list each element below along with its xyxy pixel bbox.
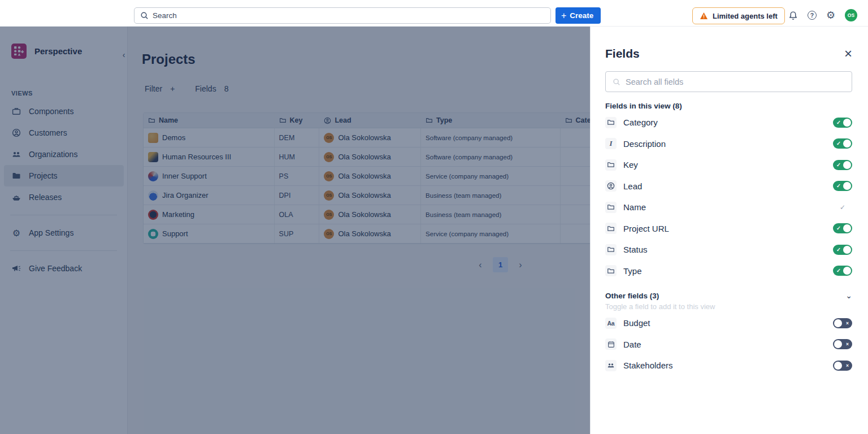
table-row[interactable]: Human Resources III HUM OSOla Sokolowska…	[144, 147, 590, 167]
project-category	[561, 147, 590, 166]
gear-icon: ⚙	[11, 228, 21, 238]
lead-avatar: OS	[324, 171, 334, 181]
lead-name: Ola Sokolowska	[338, 210, 390, 219]
close-icon[interactable]: ×	[844, 47, 852, 60]
main-content: Projects Filter + Fields 8 Name Key Lead	[128, 27, 590, 434]
project-key: SUP	[275, 224, 320, 243]
fields-search[interactable]	[605, 71, 852, 92]
search-input[interactable]	[153, 11, 545, 20]
column-header-lead[interactable]: Lead	[319, 113, 421, 128]
fields-search-input[interactable]	[626, 77, 845, 86]
sidebar: Perspective ‹ VIEWS Components Customers…	[0, 27, 128, 434]
bell-icon	[788, 11, 798, 20]
check-icon: ✓	[836, 225, 841, 232]
project-icon	[148, 229, 158, 239]
views-section-label: VIEWS	[11, 90, 33, 97]
check-icon: ✓	[836, 141, 841, 147]
lead-name: Ola Sokolowska	[338, 172, 390, 180]
sidebar-item-components[interactable]: Components	[4, 101, 124, 122]
field-toggle[interactable]: ×	[833, 339, 852, 349]
project-name: Jira Organizer	[162, 191, 209, 199]
project-icon	[148, 190, 158, 201]
plus-icon: +	[561, 11, 566, 20]
column-header-type[interactable]: Type	[421, 113, 561, 128]
field-row-date: Date ×	[605, 334, 852, 355]
project-icon	[148, 210, 158, 220]
field-row-project-url: Project URL ✓	[605, 218, 852, 240]
field-toggle[interactable]: ×	[833, 318, 852, 328]
fields-control[interactable]: Fields 8	[195, 84, 228, 93]
help-button[interactable]: ?	[806, 10, 818, 21]
column-header-category[interactable]: Category	[561, 113, 590, 128]
table-row[interactable]: Demos DEM OSOla Sokolowska Software (com…	[144, 128, 590, 147]
table-header-row: Name Key Lead Type Category	[144, 113, 590, 128]
table-row[interactable]: Marketing OLA OSOla Sokolowska Business …	[144, 205, 590, 224]
create-button[interactable]: + Create	[555, 7, 601, 24]
folder-icon	[605, 117, 617, 128]
limited-agents-banner[interactable]: Limited agents left	[692, 7, 785, 24]
field-toggle[interactable]: ✓	[833, 223, 852, 233]
megaphone-icon	[11, 264, 21, 273]
global-search[interactable]	[134, 7, 551, 24]
table-row[interactable]: Jira Organizer DPI OSOla Sokolowska Busi…	[144, 186, 590, 205]
lead-name: Ola Sokolowska	[338, 153, 390, 161]
field-row-lead: Lead ✓	[605, 176, 852, 197]
app-logo-icon	[11, 44, 27, 59]
folder-icon	[426, 117, 433, 124]
project-name: Inner Support	[162, 172, 207, 180]
sidebar-item-customers[interactable]: Customers	[4, 122, 124, 144]
column-header-name[interactable]: Name	[144, 113, 275, 128]
sidebar-item-label: Releases	[29, 193, 62, 202]
page-1-button[interactable]: 1	[493, 257, 508, 272]
field-toggle[interactable]: ✓	[833, 181, 852, 191]
project-category	[561, 186, 590, 205]
project-type: Service (company managed)	[421, 167, 561, 185]
column-header-key[interactable]: Key	[275, 113, 320, 128]
project-type: Software (company managed)	[421, 128, 561, 147]
add-filter-icon[interactable]: +	[170, 84, 175, 93]
sidebar-item-releases[interactable]: Releases	[4, 186, 124, 208]
filter-control[interactable]: Filter +	[145, 84, 175, 93]
limited-agents-label: Limited agents left	[713, 12, 778, 20]
lead-avatar: OS	[324, 133, 334, 143]
field-toggle[interactable]: ✓	[833, 138, 852, 149]
notifications-button[interactable]	[787, 10, 798, 21]
sidebar-item-give-feedback[interactable]: Give Feedback	[4, 258, 124, 279]
project-icon	[148, 171, 158, 181]
field-toggle[interactable]: ×	[833, 361, 852, 371]
prev-page-button[interactable]: ‹	[474, 258, 487, 272]
field-toggle[interactable]: ✓	[833, 245, 852, 255]
user-icon	[605, 180, 617, 192]
folder-icon	[605, 223, 617, 234]
sidebar-item-app-settings[interactable]: ⚙ App Settings	[4, 222, 124, 244]
sidebar-item-projects[interactable]: Projects	[4, 165, 124, 186]
italic-text-icon: I	[605, 138, 617, 149]
user-avatar[interactable]: OS	[845, 9, 857, 21]
folder-icon	[565, 117, 572, 124]
project-key: OLA	[275, 205, 320, 224]
fields-count-badge: 8	[224, 84, 229, 93]
project-type: Business (team managed)	[421, 186, 561, 205]
filter-label: Filter	[145, 84, 162, 93]
chevron-down-icon[interactable]: ⌄	[845, 291, 852, 300]
settings-button[interactable]: ⚙	[825, 10, 836, 21]
field-toggle[interactable]: ✓	[833, 266, 852, 276]
next-page-button[interactable]: ›	[514, 258, 527, 272]
table-row[interactable]: Inner Support PS OSOla Sokolowska Servic…	[144, 167, 590, 186]
field-row-type: Type ✓	[605, 261, 852, 282]
table-row[interactable]: Support SUP OSOla Sokolowska Service (co…	[144, 224, 590, 244]
field-toggle[interactable]: ✓	[833, 160, 852, 170]
project-icon	[148, 152, 158, 162]
divider	[10, 250, 117, 251]
lead-avatar: OS	[324, 152, 334, 162]
other-fields-hint: Toggle a field to add it to this view	[605, 302, 852, 311]
ship-icon	[11, 193, 21, 202]
project-key: DPI	[275, 186, 320, 205]
field-row-description: I Description ✓	[605, 133, 852, 155]
field-toggle[interactable]: ✓	[833, 118, 852, 128]
customers-icon	[11, 128, 21, 137]
sidebar-collapse-button[interactable]: ‹	[120, 49, 128, 60]
sidebar-item-organizations[interactable]: Organizations	[4, 144, 124, 165]
fields-in-view-list: Category ✓ I Description ✓ Key ✓ Lead ✓ …	[605, 112, 852, 281]
field-row-budget: Aa Budget ×	[605, 313, 852, 334]
